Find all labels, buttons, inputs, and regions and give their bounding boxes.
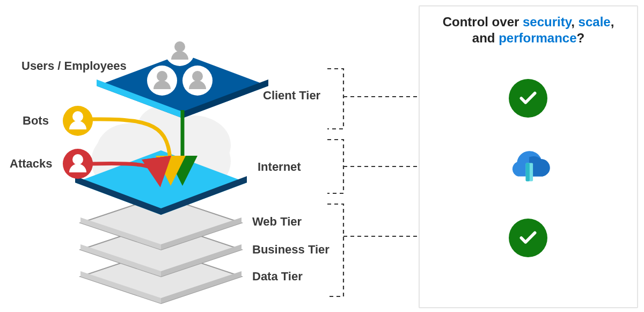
azure-front-door-icon — [504, 150, 553, 186]
bots-label: Bots — [23, 114, 49, 128]
svg-point-24 — [192, 71, 203, 82]
business-tier-label: Business Tier — [252, 243, 330, 257]
internet-label: Internet — [258, 160, 301, 174]
client-tier-check-icon — [509, 79, 547, 118]
svg-point-28 — [72, 154, 83, 165]
web-tier-label: Web Tier — [252, 215, 302, 229]
users-label: Users / Employees — [21, 59, 127, 73]
attacks-label: Attacks — [10, 157, 52, 171]
svg-point-26 — [72, 111, 83, 122]
control-question-panel: Control over security, scale, and perfor… — [419, 5, 638, 308]
client-tier-label: Client Tier — [263, 89, 320, 103]
q-pre: Control over — [443, 14, 523, 29]
q-security: security — [523, 14, 571, 29]
data-tier-label: Data Tier — [252, 270, 303, 284]
backend-tiers-check-icon — [509, 219, 547, 257]
bots-avatar-icon — [63, 106, 93, 136]
q-scale: scale — [579, 14, 611, 29]
control-question: Control over security, scale, and perfor… — [420, 6, 637, 46]
q-performance: performance — [499, 31, 576, 45]
q-sep1: , — [571, 14, 578, 29]
svg-point-20 — [174, 41, 185, 52]
attacks-avatar-icon — [63, 149, 93, 179]
q-and: and — [472, 31, 499, 45]
q-suffix: ? — [577, 31, 585, 45]
svg-rect-30 — [526, 163, 530, 181]
svg-point-22 — [157, 71, 167, 82]
q-sep2: , — [611, 14, 614, 29]
